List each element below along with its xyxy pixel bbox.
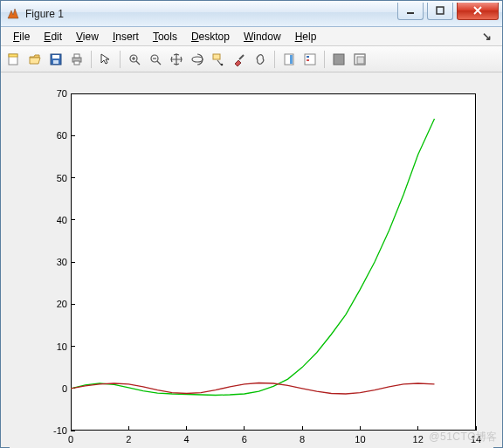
close-button[interactable] <box>457 3 499 20</box>
data-cursor-icon[interactable] <box>209 50 228 69</box>
svg-rect-3 <box>9 54 17 57</box>
series-series-1-green <box>71 119 435 396</box>
figure-window: Figure 1 FileEditViewInsertToolsDesktopW… <box>0 0 503 448</box>
svg-rect-5 <box>52 55 59 59</box>
link-icon[interactable] <box>251 50 270 69</box>
svg-line-15 <box>157 61 161 65</box>
window-title: Figure 1 <box>25 8 397 20</box>
svg-rect-6 <box>53 60 59 64</box>
colorbar-icon[interactable] <box>279 50 299 69</box>
maximize-button[interactable] <box>427 3 453 20</box>
menu-view[interactable]: View <box>69 29 106 45</box>
menu-edit[interactable]: Edit <box>37 29 69 45</box>
svg-point-19 <box>221 63 224 65</box>
minimize-button[interactable] <box>397 3 424 20</box>
svg-rect-0 <box>407 12 414 14</box>
titlebar[interactable]: Figure 1 <box>1 1 502 27</box>
svg-rect-1 <box>437 7 444 14</box>
new-figure-icon[interactable] <box>4 50 24 69</box>
matlab-icon <box>6 7 20 21</box>
menu-window[interactable]: Window <box>237 29 288 45</box>
axes: -1001020304050607002468101214 <box>10 81 493 448</box>
svg-line-11 <box>136 61 140 65</box>
zoom-in-icon[interactable] <box>125 50 144 69</box>
pan-icon[interactable] <box>167 50 186 69</box>
dock-figure-icon[interactable]: ↘ <box>477 30 497 43</box>
open-icon[interactable] <box>25 50 45 69</box>
svg-rect-8 <box>74 54 79 58</box>
menu-tools[interactable]: Tools <box>146 29 184 45</box>
svg-rect-9 <box>74 61 79 65</box>
svg-rect-28 <box>357 57 364 64</box>
show-plot-icon[interactable] <box>350 50 369 69</box>
plot-lines <box>10 81 493 448</box>
menu-file[interactable]: File <box>6 29 37 45</box>
svg-rect-25 <box>334 54 344 65</box>
window-controls <box>397 3 502 20</box>
svg-rect-18 <box>213 54 220 59</box>
svg-point-17 <box>192 57 203 62</box>
svg-rect-22 <box>305 54 315 65</box>
watermark-text: @51CTO博客 <box>429 430 498 445</box>
svg-rect-24 <box>307 59 309 61</box>
svg-rect-23 <box>307 56 309 58</box>
pointer-icon[interactable] <box>96 50 115 69</box>
print-icon[interactable] <box>67 50 86 69</box>
hide-plot-icon[interactable] <box>329 50 348 69</box>
menu-insert[interactable]: Insert <box>106 29 146 45</box>
zoom-out-icon[interactable] <box>146 50 165 69</box>
save-icon[interactable] <box>46 50 65 69</box>
rotate3d-icon[interactable] <box>188 50 207 69</box>
menu-help[interactable]: Help <box>288 29 324 45</box>
toolbar <box>1 46 502 72</box>
menu-desktop[interactable]: Desktop <box>184 29 237 45</box>
svg-rect-21 <box>290 55 293 64</box>
menubar: FileEditViewInsertToolsDesktopWindowHelp… <box>1 27 502 46</box>
figure-canvas[interactable]: -1001020304050607002468101214 <box>1 72 502 447</box>
brush-icon[interactable] <box>230 50 249 69</box>
legend-icon[interactable] <box>300 50 320 69</box>
